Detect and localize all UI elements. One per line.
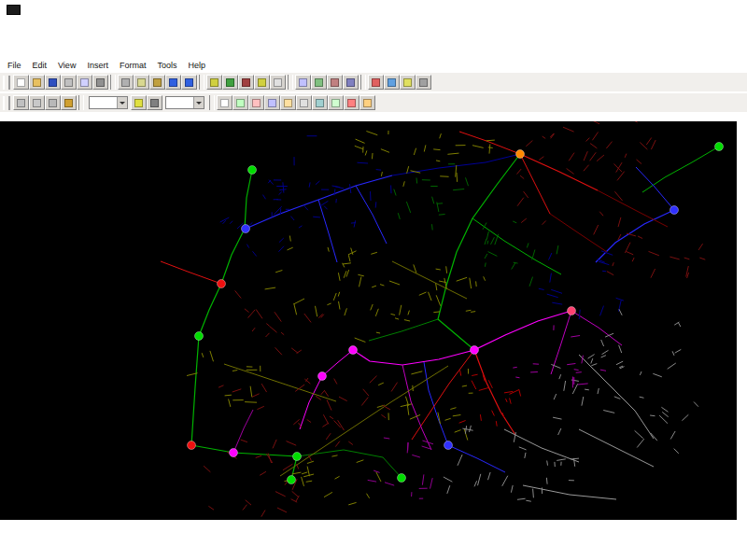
osnap-icon <box>64 99 73 107</box>
branch-segment <box>572 384 577 394</box>
toolbar-drag-handle[interactable] <box>3 96 10 110</box>
scale-button[interactable] <box>343 75 359 90</box>
branch-segment <box>433 312 440 313</box>
menu-item-view[interactable]: View <box>52 60 81 72</box>
drawing-canvas[interactable] <box>0 121 737 520</box>
undo-button[interactable] <box>165 75 181 90</box>
explode-icon <box>363 99 372 107</box>
rotate-button[interactable] <box>327 75 343 90</box>
branch-segment <box>462 385 467 386</box>
menu-item-format[interactable]: Format <box>114 60 152 72</box>
plot-button[interactable] <box>92 75 108 90</box>
menu-item-edit[interactable]: Edit <box>27 60 53 72</box>
branch-segment <box>465 426 466 434</box>
zoom-extents-button[interactable] <box>254 75 270 90</box>
zoom-window-icon <box>210 78 218 87</box>
query-button[interactable] <box>416 75 431 90</box>
hatch-button[interactable] <box>312 95 328 110</box>
branch-segment <box>547 461 548 466</box>
branch-segment <box>371 191 372 201</box>
zoom-out-button[interactable] <box>238 75 254 90</box>
zoom-in-button[interactable] <box>222 75 238 90</box>
move-button[interactable] <box>311 75 327 90</box>
pan-button[interactable] <box>270 75 286 90</box>
network-node[interactable] <box>188 441 196 450</box>
menu-item-insert[interactable]: Insert <box>81 60 114 72</box>
network-edge <box>191 170 252 445</box>
ortho-button[interactable] <box>45 95 61 110</box>
redo-button[interactable] <box>181 75 197 90</box>
draw-line-button[interactable] <box>217 95 233 110</box>
network-node[interactable] <box>444 441 453 450</box>
network-node[interactable] <box>242 225 250 233</box>
save-button[interactable] <box>45 75 61 90</box>
menu-item-file[interactable]: File <box>2 60 27 72</box>
branch-segment <box>338 273 340 281</box>
network-node[interactable] <box>293 453 302 461</box>
draw-polyline-button[interactable] <box>233 95 248 110</box>
network-node[interactable] <box>318 372 327 381</box>
new-button[interactable] <box>13 75 29 90</box>
network-node[interactable] <box>349 346 358 355</box>
branch-segment <box>320 201 328 205</box>
branch-segment <box>550 273 552 283</box>
network-node[interactable] <box>248 166 257 175</box>
layers-button[interactable] <box>368 75 384 90</box>
network-node[interactable] <box>516 150 525 159</box>
draw-rectangle-button[interactable] <box>280 95 296 110</box>
branch-segment <box>293 419 299 425</box>
osnap-button[interactable] <box>61 95 77 110</box>
network-node[interactable] <box>218 280 226 288</box>
draw-circle-button[interactable] <box>248 95 264 110</box>
branch-segment <box>250 386 252 398</box>
network-node[interactable] <box>230 449 238 457</box>
toolbar-drag-handle[interactable] <box>3 76 10 90</box>
network-node[interactable] <box>398 474 406 483</box>
branch-segment <box>287 441 297 446</box>
toolbar-separator <box>360 75 366 90</box>
branch-segment <box>389 281 400 285</box>
branch-segment <box>628 121 638 122</box>
properties-button[interactable] <box>384 75 400 90</box>
select-button[interactable] <box>295 75 311 90</box>
network-drawing[interactable] <box>0 121 737 520</box>
measure-button[interactable] <box>400 75 416 90</box>
zoom-extents-icon <box>258 78 266 87</box>
print-button[interactable] <box>61 75 77 90</box>
network-node[interactable] <box>715 143 724 151</box>
erase-button[interactable] <box>344 95 359 110</box>
grid-button[interactable] <box>29 95 45 110</box>
branch-segment <box>288 247 293 250</box>
network-node[interactable] <box>471 346 479 355</box>
branch-segment <box>307 420 311 423</box>
color-combo[interactable] <box>165 96 204 109</box>
branch-segment <box>519 447 527 450</box>
layer-combo[interactable] <box>89 96 128 109</box>
branch-segment <box>391 383 398 392</box>
network-node[interactable] <box>288 476 296 484</box>
print-preview-button[interactable] <box>77 75 92 90</box>
paste-button[interactable] <box>149 75 165 90</box>
network-node[interactable] <box>195 332 204 341</box>
explode-button[interactable] <box>359 95 375 110</box>
branch-segment <box>447 153 458 154</box>
cut-button[interactable] <box>118 75 134 90</box>
layer-off-button[interactable] <box>147 95 162 110</box>
open-button[interactable] <box>29 75 45 90</box>
branch-segment <box>243 505 247 511</box>
menu-item-tools[interactable]: Tools <box>151 60 182 72</box>
network-node[interactable] <box>670 206 679 215</box>
text-button[interactable] <box>296 95 312 110</box>
layer-on-button[interactable] <box>131 95 147 110</box>
copy-button[interactable] <box>134 75 149 90</box>
dimension-button[interactable] <box>328 95 344 110</box>
snap-button[interactable] <box>13 95 29 110</box>
network-edge <box>280 366 448 476</box>
branch-segment <box>266 324 269 327</box>
menu-item-help[interactable]: Help <box>182 60 211 72</box>
network-node[interactable] <box>568 307 576 315</box>
draw-arc-button[interactable] <box>264 95 280 110</box>
branch-segment <box>233 389 242 392</box>
zoom-window-button[interactable] <box>206 75 222 90</box>
plot-icon <box>96 78 105 87</box>
